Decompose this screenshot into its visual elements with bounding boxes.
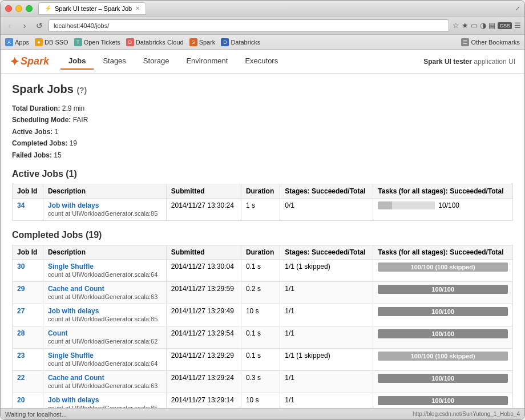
comp-job-id: 27: [13, 304, 43, 326]
menu-icon[interactable]: ☰: [514, 21, 521, 30]
comp-col-tasks: Tasks (for all stages): Succeeded/Total: [373, 245, 513, 259]
comp-job-link[interactable]: 20: [17, 396, 25, 404]
bookmark-apps[interactable]: A Apps: [5, 38, 29, 46]
comp-job-duration: 0.3 s: [241, 370, 280, 393]
progress-bar: 100/100: [378, 329, 508, 338]
comp-job-desc-link[interactable]: Count: [48, 329, 68, 337]
comp-job-link[interactable]: 28: [17, 329, 25, 337]
comp-job-sub: count at UIWorkloadGenerator.scala:64: [48, 360, 158, 367]
comp-job-desc-link[interactable]: Cache and Count: [48, 374, 104, 382]
close-button[interactable]: [5, 5, 12, 12]
comp-job-desc-link[interactable]: Cache and Count: [48, 285, 104, 293]
theme-icon[interactable]: ◑: [480, 21, 486, 30]
comp-job-sub: count at UIWorkloadGenerator.scala:63: [48, 293, 158, 300]
tab-label: Spark UI tester – Spark Job: [55, 5, 132, 12]
active-job-link[interactable]: 34: [17, 201, 25, 209]
spark-bookmark-icon: S: [189, 38, 197, 46]
back-button[interactable]: ‹: [4, 20, 15, 31]
databricks-cloud-label: Databricks Cloud: [136, 39, 184, 46]
page-content: Spark Jobs (?) Total Duration: 2.9 min S…: [1, 74, 524, 408]
comp-job-link[interactable]: 23: [17, 352, 25, 360]
comp-job-id: 29: [13, 281, 43, 304]
account-icon[interactable]: ▤: [488, 21, 495, 30]
completed-job-row: 23 Single Shuffle count at UIWorkloadGen…: [13, 348, 513, 370]
active-job-duration: 1 s: [241, 198, 280, 220]
comp-job-id: 28: [13, 326, 43, 348]
tab-close-icon[interactable]: ✕: [135, 5, 140, 11]
meta-completed-jobs: Completed Jobs: 19: [12, 138, 513, 149]
bookmark-databricks[interactable]: D Databricks: [221, 38, 260, 46]
col-job-id: Job Id: [13, 184, 43, 198]
active-tasks-label: 10/100: [438, 201, 459, 209]
address-bar[interactable]: localhost:4040/jobs/: [49, 19, 449, 32]
bookmark-db-sso[interactable]: ● DB SSO: [35, 38, 68, 46]
active-job-sub: count at UIWorkloadGenerator.scala:85: [48, 210, 158, 217]
comp-job-desc-link[interactable]: Single Shuffle: [48, 352, 94, 360]
apps-label: Apps: [15, 39, 29, 46]
spark-logo: ✦ Spark: [10, 55, 49, 68]
minimize-button[interactable]: [15, 5, 22, 12]
comp-job-link[interactable]: 22: [17, 374, 25, 382]
comp-job-desc-link[interactable]: Job with delays: [48, 307, 99, 315]
comp-job-submitted: 2014/11/27 13:30:04: [166, 259, 241, 281]
nav-environment[interactable]: Environment: [178, 53, 236, 70]
comp-job-stages: 1/1: [280, 281, 373, 304]
comp-job-id: 20: [13, 393, 43, 408]
completed-job-row: 27 Job with delays count at UIWorkloadGe…: [13, 304, 513, 326]
bookmark-databricks-cloud[interactable]: D Databricks Cloud: [126, 38, 184, 46]
meta-total-duration: Total Duration: 2.9 min: [12, 103, 513, 114]
meta-info: Total Duration: 2.9 min Scheduling Mode:…: [12, 103, 513, 161]
star-icon[interactable]: ☆: [453, 21, 459, 30]
completed-section-title: Completed Jobs (19): [12, 230, 513, 240]
resize-icon[interactable]: ⤢: [515, 5, 520, 11]
comp-job-link[interactable]: 27: [17, 307, 25, 315]
comp-job-stages: 1/1: [280, 304, 373, 326]
spark-header: ✦ Spark Jobs Stages Storage Environment …: [1, 50, 524, 74]
tab-bar: ⚡ Spark UI tester – Spark Job ✕: [38, 2, 515, 15]
browser-toolbar: ‹ › ↺ localhost:4040/jobs/ ☆ ★ ▭ ◑ ▤ CSS…: [1, 17, 524, 35]
completed-job-row: 22 Cache and Count count at UIWorkloadGe…: [13, 370, 513, 393]
apps-icon: A: [5, 38, 13, 46]
comp-job-stages: 1/1: [280, 326, 373, 348]
comp-job-link[interactable]: 29: [17, 285, 25, 293]
comp-job-sub: count at UIWorkloadGenerator.scala:63: [48, 382, 158, 389]
completed-job-row: 29 Cache and Count count at UIWorkloadGe…: [13, 281, 513, 304]
comp-col-submitted: Submitted: [166, 245, 241, 259]
col-duration: Duration: [241, 184, 280, 198]
nav-executors[interactable]: Executors: [237, 53, 286, 70]
db-sso-icon: ●: [35, 38, 43, 46]
nav-jobs[interactable]: Jobs: [60, 53, 94, 70]
comp-job-tasks: 100/100: [373, 326, 513, 348]
comp-job-id: 23: [13, 348, 43, 370]
help-button[interactable]: (?): [76, 86, 87, 95]
spark-logo-text: Spark: [21, 55, 49, 67]
bookmark-open-tickets[interactable]: T Open Tickets: [74, 38, 120, 46]
forward-button[interactable]: ›: [19, 20, 30, 31]
nav-storage[interactable]: Storage: [135, 53, 177, 70]
comp-job-id: 30: [13, 259, 43, 281]
comp-job-desc-link[interactable]: Single Shuffle: [48, 262, 94, 270]
browser-tab[interactable]: ⚡ Spark UI tester – Spark Job ✕: [38, 2, 146, 15]
comp-col-duration: Duration: [241, 245, 280, 259]
comp-job-desc-link[interactable]: Job with delays: [48, 396, 99, 404]
maximize-button[interactable]: [26, 5, 33, 12]
bookmark-other[interactable]: ☰ Other Bookmarks: [461, 38, 520, 46]
databricks-label: Databricks: [231, 39, 260, 46]
comp-job-link[interactable]: 30: [17, 262, 25, 270]
comp-job-stages: 1/1: [280, 393, 373, 408]
comp-job-stages: 1/1: [280, 370, 373, 393]
active-job-desc-link[interactable]: Job with delays: [48, 201, 99, 209]
reload-button[interactable]: ↺: [34, 20, 45, 31]
bookmark-spark[interactable]: S Spark: [189, 38, 216, 46]
comp-job-duration: 10 s: [241, 393, 280, 408]
comp-job-desc: Single Shuffle count at UIWorkloadGenera…: [43, 259, 166, 281]
active-job-id: 34: [13, 198, 43, 220]
meta-active-jobs: Active Jobs: 1: [12, 126, 513, 138]
window-frame: ⚡ Spark UI tester – Spark Job ✕ ⤢ ‹ › ↺ …: [0, 0, 525, 420]
completed-job-row: 28 Count count at UIWorkloadGenerator.sc…: [13, 326, 513, 348]
bookmark-icon[interactable]: ★: [462, 21, 469, 30]
active-job-submitted: 2014/11/27 13:30:24: [166, 198, 241, 220]
nav-stages[interactable]: Stages: [95, 53, 134, 70]
cast-icon[interactable]: ▭: [471, 21, 478, 30]
progress-bar: 100/100: [378, 307, 508, 316]
